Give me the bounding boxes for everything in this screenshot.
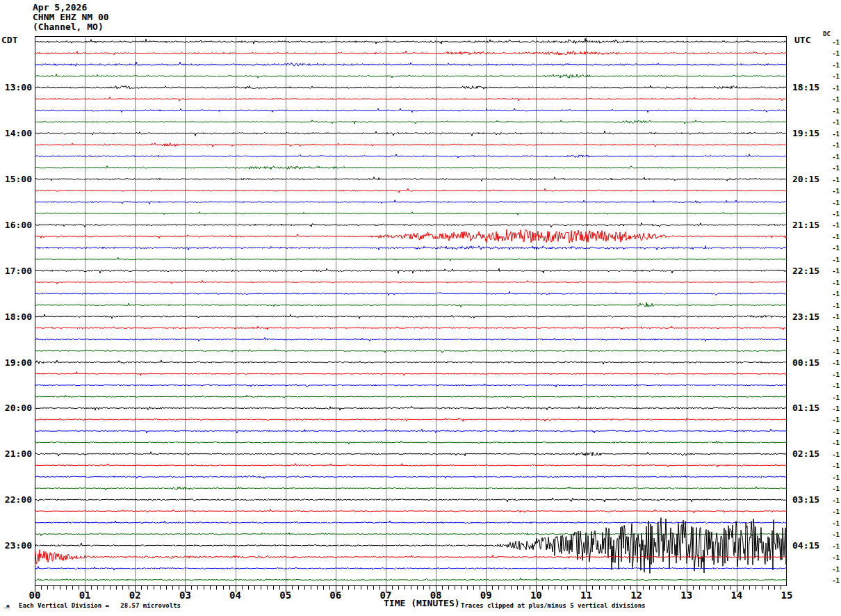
dc-value-label: -1 <box>826 417 840 423</box>
dc-value-label: -1 <box>826 63 840 69</box>
dc-column-header: DC <box>823 31 831 38</box>
dc-value-label: -1 <box>826 188 840 195</box>
x-tick-label: 04 <box>225 590 246 600</box>
x-tick-label: 10 <box>525 590 546 600</box>
x-tick-label: 05 <box>275 590 296 600</box>
cdt-time-label: 20:00 <box>0 403 32 412</box>
seismic-trace <box>35 154 787 158</box>
seismic-trace <box>35 246 787 250</box>
station-label: CHNM EHZ NM 00 <box>33 13 109 22</box>
seismic-trace <box>35 487 787 490</box>
dc-value-label: -1 <box>826 326 840 332</box>
seismic-trace <box>35 384 787 387</box>
dc-value-label: -1 <box>826 211 840 218</box>
x-tick-label: 13 <box>676 590 697 600</box>
dc-value-label: -1 <box>826 97 840 103</box>
seismic-trace <box>35 476 787 479</box>
x-tick-label: 00 <box>24 590 45 600</box>
x-tick-label: 12 <box>626 590 647 600</box>
cdt-time-label: 19:00 <box>0 358 32 367</box>
location-label: (Channel, MO) <box>33 22 109 32</box>
seismogram-plot <box>35 36 787 594</box>
seismic-trace <box>35 108 787 113</box>
seismic-trace <box>35 302 787 307</box>
dc-value-label: -1 <box>826 395 840 401</box>
dc-value-label: -1 <box>826 383 840 389</box>
dc-value-label: -1 <box>826 372 840 378</box>
dc-value-label: -1 <box>826 143 840 149</box>
dc-value-label: -1 <box>826 131 840 138</box>
dc-value-label: -1 <box>826 555 840 561</box>
x-tick-label: 01 <box>74 590 95 600</box>
dc-value-label: -1 <box>826 177 840 184</box>
cdt-time-label: 13:00 <box>0 83 32 92</box>
dc-value-label: -1 <box>826 86 840 92</box>
dc-value-label: -1 <box>826 475 840 481</box>
dc-value-label: -1 <box>826 567 840 573</box>
x-tick-label: 11 <box>575 590 596 600</box>
dc-value-label: -1 <box>826 578 840 584</box>
dc-value-label: -1 <box>826 291 840 298</box>
cdt-time-label: 17:00 <box>0 266 32 275</box>
seismic-trace <box>35 143 787 147</box>
dc-value-label: -1 <box>826 360 840 366</box>
seismic-trace <box>35 510 787 513</box>
utc-time-label: 20:15 <box>792 175 819 184</box>
seismic-trace <box>35 188 787 193</box>
seismic-trace <box>35 120 787 124</box>
dc-value-label: -1 <box>826 544 840 550</box>
utc-time-label: 21:15 <box>792 220 819 229</box>
seismic-trace <box>35 429 787 433</box>
x-tick-label: 09 <box>475 590 496 600</box>
seismic-trace <box>35 338 787 342</box>
dc-value-label: -1 <box>826 429 840 435</box>
seismic-trace <box>35 406 787 410</box>
seismic-trace <box>35 257 787 261</box>
seismic-trace <box>35 200 787 204</box>
utc-time-label: 23:15 <box>792 312 819 321</box>
utc-time-label: 22:15 <box>792 266 819 275</box>
seismic-trace <box>35 51 787 55</box>
x-tick-label: 02 <box>124 590 145 600</box>
dc-value-label: -1 <box>826 463 840 469</box>
utc-time-label: 19:15 <box>792 129 819 138</box>
seismic-trace <box>35 518 787 574</box>
dc-value-label: -1 <box>826 268 840 275</box>
x-tick-label: 06 <box>325 590 346 600</box>
seismic-trace <box>35 350 787 353</box>
seismic-trace <box>35 38 787 44</box>
dc-value-label: -1 <box>826 234 840 241</box>
cdt-time-label: 14:00 <box>0 129 32 138</box>
seismic-trace <box>35 177 787 181</box>
dc-value-label: -1 <box>826 222 840 229</box>
cdt-time-label: 22:00 <box>0 495 32 504</box>
seismic-trace <box>35 418 787 421</box>
dc-value-label: -1 <box>826 200 840 206</box>
dc-value-label: -1 <box>826 314 840 321</box>
dc-value-label: -1 <box>826 40 840 46</box>
clip-note: Traces clipped at plus/minus 5 vertical … <box>461 603 646 609</box>
seismic-trace <box>35 521 787 524</box>
seismic-trace <box>35 222 787 227</box>
dc-value-label: -1 <box>826 532 840 538</box>
cdt-time-label: 21:00 <box>0 449 32 458</box>
x-tick-label: 14 <box>726 590 747 600</box>
x-tick-label: 15 <box>776 590 797 600</box>
dc-value-label: -1 <box>826 303 840 309</box>
dc-value-label: -1 <box>826 154 840 161</box>
dc-value-label: -1 <box>826 521 840 527</box>
seismic-trace <box>35 131 787 136</box>
utc-time-label: 00:15 <box>792 358 819 367</box>
vertical-division-note: Each Vertical Division = 28.57 microvolt… <box>19 603 181 609</box>
seismic-trace <box>35 452 787 456</box>
seismic-trace <box>35 533 787 536</box>
dc-value-label: -1 <box>826 349 840 355</box>
dc-value-label: -1 <box>826 509 840 515</box>
seismic-trace <box>35 360 787 364</box>
seismic-trace <box>35 86 787 89</box>
dc-value-label: -1 <box>826 74 840 80</box>
utc-time-label: 02:15 <box>792 449 819 458</box>
seismic-trace <box>35 567 787 571</box>
seismic-trace <box>35 229 787 243</box>
dc-value-label: -1 <box>826 108 840 115</box>
